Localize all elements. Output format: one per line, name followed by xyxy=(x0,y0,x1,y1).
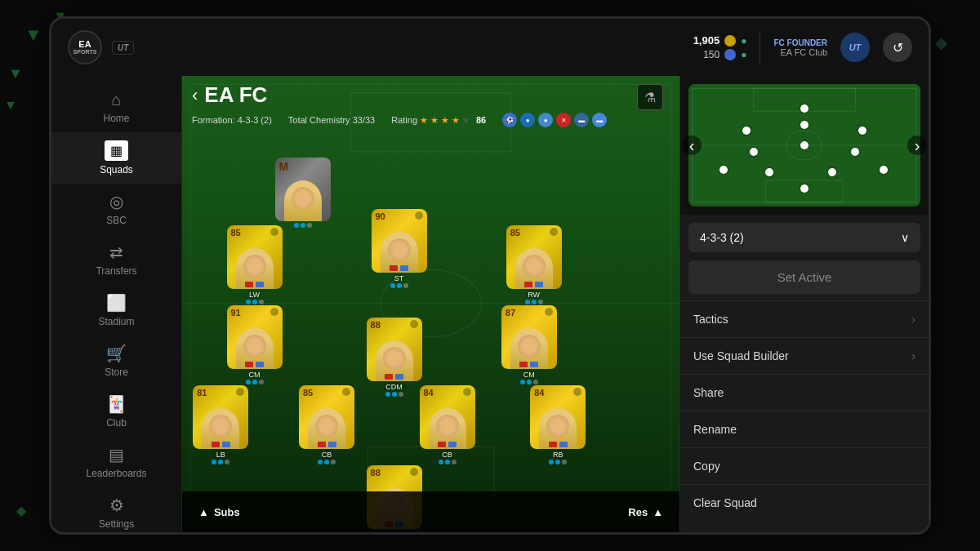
squad-header: ‹ EA FC ⚗ xyxy=(192,82,670,108)
points-icon xyxy=(724,49,736,60)
menu-item-tactics[interactable]: Tactics › xyxy=(680,300,929,337)
star-2: ★ xyxy=(430,115,439,126)
ut-icon-btn[interactable]: UT xyxy=(840,33,870,62)
player-card-1[interactable]: 85 LW xyxy=(225,225,284,297)
player-card-5[interactable]: 88 CDM xyxy=(365,318,424,389)
player-card-7[interactable]: 81 LB xyxy=(191,385,250,457)
card-rating-11: 88 xyxy=(371,468,381,478)
chemistry-info: Total Chemistry 33/33 xyxy=(288,115,375,125)
card-flags-1 xyxy=(227,282,283,287)
face-head-3 xyxy=(523,255,546,278)
mini-player-dot-1 xyxy=(742,127,751,135)
sidebar-item-transfers-label: Transfers xyxy=(96,265,136,277)
menu-item-use-squad-builder[interactable]: Use Squad Builder › xyxy=(680,337,929,374)
face-head-8 xyxy=(315,415,338,438)
card-inner-8: 85 xyxy=(299,385,354,449)
card-pos-label-1: LW xyxy=(225,291,284,299)
nation-icon-2 xyxy=(415,211,423,220)
card-rating-2: 90 xyxy=(376,211,385,221)
top-bar-left: EA SPORTS UT xyxy=(68,30,134,64)
player-card-9[interactable]: 84 CB xyxy=(418,385,477,457)
set-active-button[interactable]: Set Active xyxy=(688,260,920,294)
res-button[interactable]: Res ▲ xyxy=(628,506,663,518)
sidebar-item-stadium[interactable]: ⬜ Stadium xyxy=(51,285,181,335)
menu-item-chevron-1: › xyxy=(911,349,915,362)
fc-founder: FC FOUNDER EA FC Club xyxy=(773,38,827,57)
sidebar-item-settings-label: Settings xyxy=(99,518,134,530)
mini-player-dot-3 xyxy=(858,127,866,135)
formation-info: Formation: 4-3-3 (2) xyxy=(192,115,272,125)
player-card-10[interactable]: 84 RB xyxy=(528,385,587,457)
nation-icon-9 xyxy=(463,388,471,396)
squad-title: EA FC xyxy=(204,82,670,108)
main-content: ‹ EA FC ⚗ Formation: 4-3-3 (2) Total Che… xyxy=(182,76,929,532)
sidebar-item-squads[interactable]: ▦ Squads xyxy=(51,132,181,184)
sidebar-item-leaderboards[interactable]: ▤ Leaderboards xyxy=(51,437,181,487)
card-pos-label-2: ST xyxy=(370,274,429,282)
sidebar-item-transfers[interactable]: ⇄ Transfers xyxy=(51,234,181,285)
mini-player-dot-5 xyxy=(800,141,808,149)
sidebar-item-settings[interactable]: ⚙ Settings xyxy=(51,487,181,535)
store-icon: 🛒 xyxy=(106,344,127,363)
sidebar-item-club[interactable]: 🃏 Club xyxy=(51,386,181,437)
sidebar-item-sbc-label: SBC xyxy=(106,215,127,226)
card-dots-3 xyxy=(505,300,564,304)
nation-icon-3 xyxy=(550,228,558,236)
squad-info: Formation: 4-3-3 (2) Total Chemistry 33/… xyxy=(192,113,670,127)
card-dots-7 xyxy=(191,460,250,464)
refresh-icon-btn[interactable]: ↺ xyxy=(883,33,912,62)
mini-player-dot-11 xyxy=(800,184,808,193)
card-pos-label-5: CDM xyxy=(365,383,424,391)
league-icons: ⚽ ● ● ✕ ▬ ▬ xyxy=(502,113,607,127)
card-rating-10: 84 xyxy=(534,388,544,398)
face-head-10 xyxy=(546,415,569,438)
menu-item-share[interactable]: Share xyxy=(680,374,929,411)
sidebar-item-sbc[interactable]: ◎ SBC xyxy=(51,184,181,234)
club-icon: 🃏 xyxy=(106,394,127,414)
subs-button[interactable]: ▲ Subs xyxy=(198,506,240,518)
top-bar-right: 1,905 ● 150 ● FC FOUNDER EA FC Club UT ↺ xyxy=(693,31,912,64)
card-inner-5: 88 xyxy=(367,318,422,381)
league-icon-1: ⚽ xyxy=(502,113,517,127)
league-icon-2: ● xyxy=(520,113,535,127)
points-plus-icon2: ● xyxy=(741,49,746,60)
chemistry-icon-btn[interactable]: ⚗ xyxy=(637,84,663,110)
card-rating-8: 85 xyxy=(303,388,313,398)
res-icon: ▲ xyxy=(653,506,663,518)
card-flags-6 xyxy=(501,362,557,367)
player-card-0[interactable]: M xyxy=(274,158,332,229)
mini-nav-left[interactable]: ‹ xyxy=(682,136,702,155)
card-flags-10 xyxy=(530,442,586,447)
nation-icon-7 xyxy=(236,388,244,396)
card-dots-6 xyxy=(500,380,559,384)
nation-icon-5 xyxy=(410,320,418,328)
card-inner-4: 91 xyxy=(227,305,283,369)
menu-item-rename[interactable]: Rename xyxy=(680,411,929,447)
card-pos-label-3: RW xyxy=(505,291,564,299)
card-flags-8 xyxy=(299,442,354,447)
card-flags-4 xyxy=(227,362,283,367)
back-button[interactable]: ‹ xyxy=(192,85,198,106)
star-1: ★ xyxy=(420,115,428,126)
player-card-3[interactable]: 85 RW xyxy=(505,225,564,297)
mini-nav-right[interactable]: › xyxy=(907,136,927,155)
menu-item-copy[interactable]: Copy xyxy=(680,447,929,484)
sidebar-item-home[interactable]: ⌂ Home xyxy=(51,82,181,132)
right-panel: ‹ › 4-3-3 (2) ∨ Set Active Tactics › Use… xyxy=(679,76,929,532)
sidebar-item-store[interactable]: 🛒 Store xyxy=(51,335,181,386)
menu-item-chevron-0: › xyxy=(911,313,915,326)
deco-arrow-7: ◆ xyxy=(16,503,26,518)
divider xyxy=(760,31,760,64)
card-rating-3: 85 xyxy=(510,228,520,238)
card-rating-5: 88 xyxy=(371,320,381,330)
card-pos-label-10: RB xyxy=(528,451,587,459)
player-card-2[interactable]: 90 ST xyxy=(370,209,429,281)
player-card-6[interactable]: 87 CM xyxy=(500,305,559,377)
mini-field-container: ‹ › xyxy=(680,76,929,215)
player-card-8[interactable]: 85 CB xyxy=(297,385,356,457)
card-rating-7: 81 xyxy=(197,388,207,398)
formation-selector[interactable]: 4-3-3 (2) ∨ xyxy=(688,223,920,252)
menu-item-clear-squad[interactable]: Clear Squad xyxy=(680,484,929,521)
player-card-4[interactable]: 91 CM xyxy=(225,305,284,377)
deco-arrow-3: ▼ xyxy=(8,65,23,82)
